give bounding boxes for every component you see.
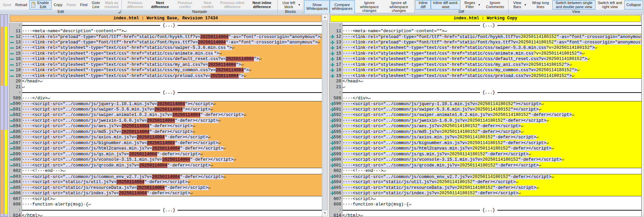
code-text[interactable]: ····<script·src="../common/js/qs.min.js?… — [22, 152, 322, 157]
code-line[interactable]: 599····<script·src="../common/js/qs.min.… — [9, 152, 322, 157]
code-line[interactable]: 597····<script·src="../common/js/bignumb… — [330, 140, 641, 146]
code-text[interactable]: ↵ — [343, 84, 641, 90]
expand-icon[interactable]: ↕ — [339, 90, 341, 95]
code-text[interactable]: ····<script·src="../common/js/aes.js?v=2… — [22, 123, 322, 129]
collapsed-region[interactable]: {...} — [343, 23, 641, 28]
code-line[interactable]: 595····<script·src="../common/js/md5.js?… — [9, 129, 322, 135]
code-line[interactable]: 604····<script·src="static/js/util.js?v=… — [330, 179, 641, 185]
code-text[interactable]: ····<link·rel="stylesheet"·type="text/cs… — [343, 73, 641, 79]
code-line[interactable]: 591····<script·src="../common/js/swiper-… — [330, 107, 641, 113]
code-line[interactable]: 589····</div>↵ — [9, 96, 322, 101]
left-pane-code[interactable]: ↕{...}11····<meta·name="description"·con… — [9, 23, 322, 217]
collapsed-label[interactable]: {...} — [480, 208, 498, 213]
code-line[interactable]: 13····<link·rel="preload"·type="font/ttf… — [330, 40, 641, 45]
code-text[interactable]: ····<link·rel="stylesheet"·type="text/cs… — [343, 67, 641, 73]
code-line[interactable]: 19····<link·rel="stylesheet"·type="text/… — [9, 73, 322, 79]
code-line[interactable]: 596····<script·src="../common/js/axios.m… — [9, 135, 322, 140]
code-text[interactable]: ····<script·src="static/js/resourceData.… — [343, 185, 641, 191]
code-text[interactable]: ····<link·rel="stylesheet"·type="text/cs… — [22, 45, 322, 51]
code-line[interactable]: 608····function·alertp(msg)·{↵ — [9, 202, 322, 208]
button-find[interactable]: Find — [78, 0, 89, 9]
code-line[interactable]: 598····<script·src="../common/js/html2ca… — [330, 146, 641, 152]
code-line[interactable]: 17····<link·rel="stylesheet"·type="text/… — [330, 62, 641, 68]
collapsed-label[interactable]: {...} — [160, 90, 178, 96]
code-text[interactable]: ····<script·src="../common/js/qs.min.js?… — [343, 152, 641, 157]
code-text[interactable]: ····<script·src="../common/js/axios.min.… — [22, 135, 322, 140]
button-enable-edit[interactable]: Enable Edit — [29, 0, 52, 9]
code-text[interactable]: ····<script·src="../common/js/aes.js?v=2… — [343, 123, 641, 129]
code-line[interactable]: 592····<script·src="../common/js/swiper.… — [330, 112, 641, 118]
button-goto-line[interactable]: Goto Line — [89, 0, 102, 9]
code-line[interactable]: 601····<script·src="../common/js/qrcode.… — [330, 163, 641, 169]
code-line[interactable]: 594····<script·src="../common/js/aes.js?… — [9, 123, 322, 129]
code-text[interactable]: ····<script·src="static/js/util.js?v=202… — [22, 179, 322, 185]
code-line[interactable]: 12····<link·rel="preload"·type="font/ttf… — [330, 34, 641, 40]
code-line[interactable]: 593····<script·src="../common/js/jweixin… — [9, 118, 322, 124]
code-text[interactable]: ····<!--·end·-->↵ — [343, 168, 641, 174]
separator-row[interactable]: ↕{...} — [9, 23, 322, 28]
code-line[interactable]: 20</head>↵ — [9, 79, 322, 84]
locator-strip-left[interactable] — [0, 14, 4, 217]
code-line[interactable]: 607····<script>↵ — [9, 196, 322, 202]
code-line[interactable]: 590····<script·src="../common/js/jquery-… — [330, 101, 641, 107]
code-line[interactable]: 594····<script·src="../common/js/aes.js?… — [330, 123, 641, 129]
code-text[interactable]: </html>↵ — [343, 213, 641, 217]
code-line[interactable]: 597····<script·src="../common/js/bignumb… — [9, 140, 322, 146]
code-line[interactable]: 593····<script·src="../common/js/jweixin… — [330, 118, 641, 124]
button-view-bars[interactable]: View Bars▼ — [509, 0, 529, 9]
code-line[interactable]: 21↵ — [330, 84, 641, 90]
code-text[interactable]: ····<script·src="../common/js/vconsole-3… — [22, 157, 322, 163]
code-line[interactable]: 13····<link·rel="preload"·type="font/ttf… — [9, 40, 322, 45]
button-inline-diff-word-wise[interactable]: Inline diff word-wise — [431, 0, 460, 9]
code-text[interactable]: ····<script>↵ — [343, 196, 641, 202]
separator-row[interactable]: ↕{...} — [330, 23, 641, 28]
code-text[interactable]: ····<script·src="../common/js/vconsole-3… — [343, 157, 641, 163]
code-text[interactable]: ····<link·rel="stylesheet"·type="text/cs… — [343, 45, 641, 51]
code-text[interactable]: ····<link·rel="stylesheet"·type="text/cs… — [22, 62, 322, 68]
collapsed-label[interactable]: {...} — [480, 90, 498, 96]
code-text[interactable]: ····<meta·name="description"·content="">… — [343, 28, 641, 34]
code-text[interactable]: ····<link·rel="preload"·type="font/ttf"·… — [343, 34, 641, 40]
code-text[interactable]: ····<link·rel="stylesheet"·type="text/cs… — [22, 73, 322, 79]
collapsed-region[interactable]: {...} — [22, 90, 322, 96]
code-text[interactable]: ····function·alertp(msg)·{↵ — [22, 202, 322, 208]
removed-block-mark[interactable] — [1, 27, 3, 86]
code-line[interactable]: 614</html>↵ — [330, 213, 641, 217]
code-line[interactable]: 20</head>↵ — [330, 79, 641, 84]
code-line[interactable]: 17····<link·rel="stylesheet"·type="text/… — [9, 62, 322, 68]
code-text[interactable]: ····<script·src="../common/js/bignumber.… — [22, 140, 322, 146]
code-text[interactable]: ····<script·src="../common/js/jweixin-1.… — [22, 118, 322, 124]
code-text[interactable]: ····<script·src="../common/js/swiper-5.3… — [343, 107, 641, 113]
scroll-up-icon[interactable]: ▲ — [322, 15, 328, 20]
code-line[interactable]: 11····<meta·name="description"·content="… — [330, 28, 641, 34]
code-line[interactable]: 14····<link·rel="stylesheet"·type="text/… — [330, 45, 641, 51]
code-line[interactable]: 15····<link·rel="stylesheet"·type="text/… — [330, 51, 641, 57]
code-text[interactable]: </head>↵ — [22, 79, 322, 84]
button-wrap-long-lines[interactable]: Wrap long lines — [529, 0, 552, 9]
collapsed-label[interactable]: {...} — [160, 23, 178, 28]
code-text[interactable]: ····<link·rel="stylesheet"·type="text/cs… — [343, 56, 641, 62]
button-compare-whitespaces[interactable]: Compare whitespaces — [330, 0, 354, 14]
code-text[interactable]: ····<link·rel="stylesheet"·type="text/cs… — [343, 51, 641, 57]
expand-icon[interactable]: ↕ — [339, 208, 341, 213]
button-ignore-comments[interactable]: Ignore Comments — [482, 0, 507, 9]
code-line[interactable]: 590····<script·src="../common/js/jquery-… — [9, 101, 322, 107]
code-text[interactable]: ····</div>↵ — [343, 96, 641, 101]
expand-icon[interactable]: ↕ — [339, 23, 341, 28]
code-text[interactable]: ····<script·src="../common/js/axios.min.… — [343, 135, 641, 140]
expand-icon[interactable]: ↕ — [19, 23, 21, 28]
locator-bar[interactable] — [0, 14, 9, 217]
locator-strip-right[interactable] — [4, 14, 8, 217]
code-text[interactable]: ····<link·rel="stylesheet"·type="text/cs… — [22, 67, 322, 73]
code-line[interactable]: 18····<link·rel="stylesheet"·type="text/… — [9, 67, 322, 73]
code-line[interactable]: 18····<link·rel="stylesheet"·type="text/… — [330, 67, 641, 73]
button-next-difference[interactable]: Next difference — [147, 0, 172, 9]
left-pane-scrollbar[interactable]: ▲ ▼ — [322, 14, 328, 216]
code-text[interactable]: ····<script·src="../common/js/common_env… — [343, 174, 641, 180]
code-text[interactable]: ····<script·src="static/js/index.js?v=20… — [22, 191, 322, 196]
code-text[interactable]: ····<!--·end·-->↵ — [22, 168, 322, 174]
code-line[interactable]: 16····<link·rel="stylesheet"·type="text/… — [9, 56, 322, 62]
code-text[interactable]: ····<script·src="../common/js/jquery-1.1… — [343, 101, 641, 107]
code-line[interactable]: 598····<script·src="../common/js/html2ca… — [9, 146, 322, 152]
scroll-down-icon[interactable]: ▼ — [322, 211, 328, 216]
